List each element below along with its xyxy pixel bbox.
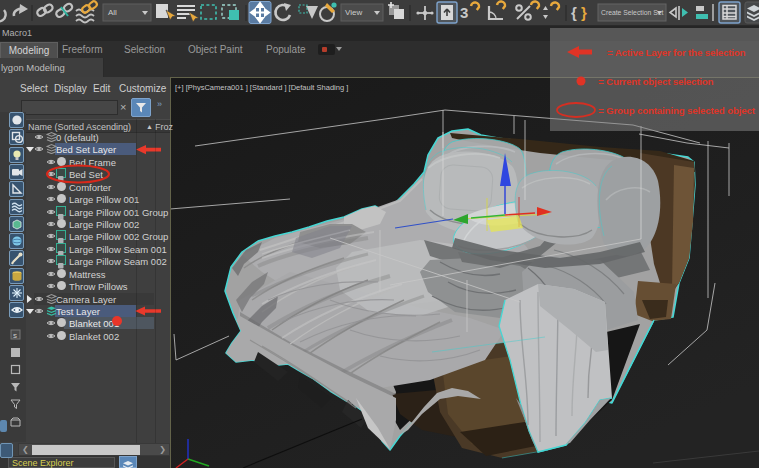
svg-text:View: View <box>345 8 362 17</box>
svg-text:}: } <box>581 4 587 21</box>
svg-text:3: 3 <box>460 4 468 21</box>
svg-text:Create Selection Set: Create Selection Set <box>601 9 663 16</box>
svg-text:[+] [PhysCamera001 ] [Standard: [+] [PhysCamera001 ] [Standard ] [Defaul… <box>175 83 348 92</box>
svg-text:All: All <box>108 8 117 17</box>
svg-text:= Group containing selected ob: = Group containing selected object <box>598 105 756 116</box>
svg-text:s: s <box>13 331 17 340</box>
svg-text:= Current object selection: = Current object selection <box>598 76 714 87</box>
svg-text:= Active Layer for the selecti: = Active Layer for the selection <box>607 47 746 58</box>
svg-text:{: { <box>571 4 577 21</box>
